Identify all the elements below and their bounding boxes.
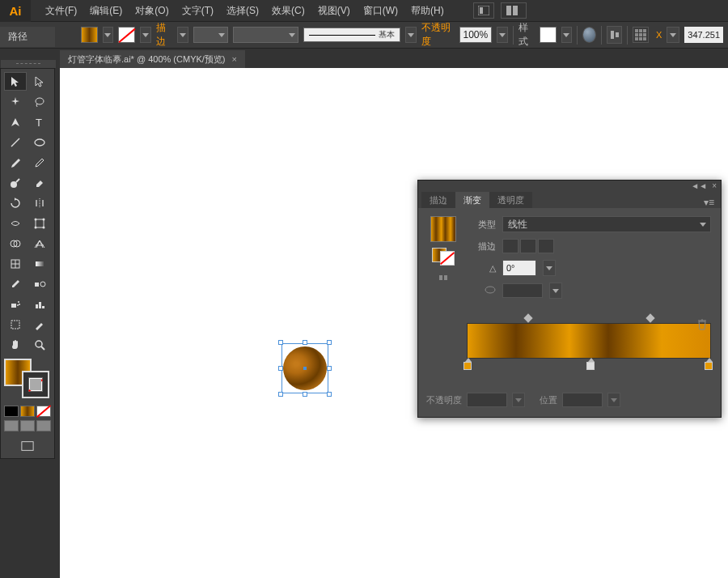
shape-builder-tool[interactable] [4, 234, 27, 253]
panel-collapse-icon[interactable]: ◄◄ [691, 181, 707, 190]
angle-arrow[interactable] [543, 260, 556, 276]
line-tool[interactable] [4, 133, 27, 151]
align-button[interactable] [607, 26, 622, 44]
direct-selection-tool[interactable] [28, 72, 51, 91]
aspect-arrow[interactable] [549, 283, 562, 299]
fill-stroke-indicator[interactable] [4, 359, 51, 399]
gradient-tool[interactable] [28, 254, 51, 273]
toolbox-grip[interactable] [1, 60, 56, 68]
color-mode-gradient[interactable] [20, 406, 35, 417]
stroke-grad-along-button[interactable] [520, 239, 536, 253]
ellipse-tool[interactable] [28, 133, 51, 151]
reflect-tool[interactable] [28, 193, 51, 212]
panel-menu-icon[interactable]: ▾≡ [697, 197, 721, 208]
gradient-stroke-swatch[interactable] [440, 251, 455, 266]
opacity-label[interactable]: 不透明度 [421, 21, 454, 49]
symbol-sprayer-tool[interactable] [4, 295, 27, 313]
lasso-tool[interactable] [28, 92, 51, 111]
resize-handle[interactable] [327, 340, 332, 345]
rotate-tool[interactable] [4, 193, 27, 212]
draw-mode-normal[interactable] [4, 420, 19, 431]
stroke-weight-dropdown[interactable] [193, 27, 229, 43]
zoom-tool[interactable] [28, 335, 51, 354]
opacity-input[interactable]: 100% [459, 27, 493, 43]
menu-file[interactable]: 文件(F) [39, 4, 83, 18]
var-width-profile-dropdown[interactable] [233, 27, 298, 43]
style-arrow[interactable] [561, 27, 573, 43]
eyedropper-tool[interactable] [4, 274, 27, 293]
free-transform-tool[interactable] [28, 214, 51, 232]
stop-opacity-arrow[interactable] [512, 393, 525, 407]
arrange-icon[interactable] [501, 2, 527, 19]
menu-type[interactable]: 文字(T) [176, 4, 220, 18]
fill-swatch-arrow[interactable] [103, 27, 114, 43]
magic-wand-tool[interactable] [4, 92, 27, 111]
coord-x-stepper[interactable] [667, 27, 679, 43]
recolor-icon[interactable] [582, 27, 596, 43]
style-swatch[interactable] [540, 27, 557, 43]
draw-mode-inside[interactable] [36, 420, 51, 431]
fill-swatch[interactable] [81, 27, 98, 43]
brush-dropdown-arrow[interactable] [405, 27, 417, 43]
stroke-grad-within-button[interactable] [502, 239, 518, 253]
menu-edit[interactable]: 编辑(E) [83, 4, 129, 18]
document-tab[interactable]: 灯管字体临摹.ai* @ 400% (CMYK/预览) × [60, 50, 245, 68]
stroke-swatch[interactable] [118, 27, 135, 43]
resize-handle[interactable] [303, 340, 307, 345]
pencil-tool[interactable] [28, 153, 51, 172]
panel-close-icon[interactable]: × [712, 181, 717, 190]
column-graph-tool[interactable] [28, 295, 51, 313]
midpoint-diamond[interactable] [646, 313, 655, 322]
stroke-grad-across-button[interactable] [538, 239, 554, 253]
stop-location-input[interactable] [562, 393, 603, 407]
reverse-gradient-icon[interactable] [437, 271, 450, 284]
width-tool[interactable] [4, 214, 27, 232]
tab-gradient[interactable]: 渐变 [455, 192, 489, 208]
perspective-grid-tool[interactable] [28, 234, 51, 253]
selected-circle-object[interactable] [281, 343, 328, 393]
gradient-slider[interactable] [467, 305, 711, 385]
stroke-weight-stepper[interactable] [177, 27, 188, 43]
menu-effect[interactable]: 效果(C) [265, 4, 311, 18]
menu-view[interactable]: 视图(V) [311, 4, 357, 18]
menu-help[interactable]: 帮助(H) [404, 4, 451, 18]
slice-tool[interactable] [28, 315, 51, 334]
screen-mode-button[interactable] [4, 436, 51, 455]
resize-handle[interactable] [303, 392, 307, 397]
angle-input[interactable]: 0° [502, 260, 536, 276]
eraser-tool[interactable] [28, 173, 51, 192]
color-mode-solid[interactable] [4, 406, 19, 417]
brush-dropdown[interactable]: 基本 [303, 28, 400, 42]
draw-mode-behind[interactable] [20, 420, 35, 431]
midpoint-diamond[interactable] [524, 313, 533, 322]
menu-window[interactable]: 窗口(W) [357, 4, 404, 18]
close-icon[interactable]: × [232, 54, 237, 64]
blob-brush-tool[interactable] [4, 173, 27, 192]
hand-tool[interactable] [4, 335, 27, 354]
gradient-type-select[interactable]: 线性 [502, 216, 711, 232]
gradient-stop[interactable] [586, 360, 596, 370]
selection-tool[interactable] [4, 72, 27, 91]
gradient-bar[interactable] [467, 323, 711, 359]
doc-layout-icon[interactable] [473, 2, 494, 19]
type-tool[interactable]: T [28, 113, 51, 131]
stroke-label[interactable]: 描边 [156, 21, 172, 49]
paintbrush-tool[interactable] [4, 153, 27, 172]
stroke-swatch-arrow[interactable] [140, 27, 151, 43]
resize-handle[interactable] [278, 392, 283, 397]
stop-opacity-input[interactable] [467, 393, 507, 407]
resize-handle[interactable] [327, 366, 332, 371]
gradient-stop[interactable] [705, 360, 714, 370]
pen-tool[interactable] [4, 113, 27, 131]
menu-object[interactable]: 对象(O) [129, 4, 175, 18]
tab-stroke[interactable]: 描边 [421, 192, 455, 208]
menu-select[interactable]: 选择(S) [220, 4, 265, 18]
stroke-indicator[interactable] [22, 371, 49, 398]
resize-handle[interactable] [278, 340, 283, 345]
gradient-preview-swatch[interactable] [430, 216, 456, 242]
opacity-arrow[interactable] [497, 27, 508, 43]
resize-handle[interactable] [278, 366, 283, 371]
artboard-tool[interactable] [4, 315, 27, 334]
panel-header[interactable]: ◄◄ × [418, 181, 721, 190]
transform-ref-point[interactable] [633, 27, 649, 43]
